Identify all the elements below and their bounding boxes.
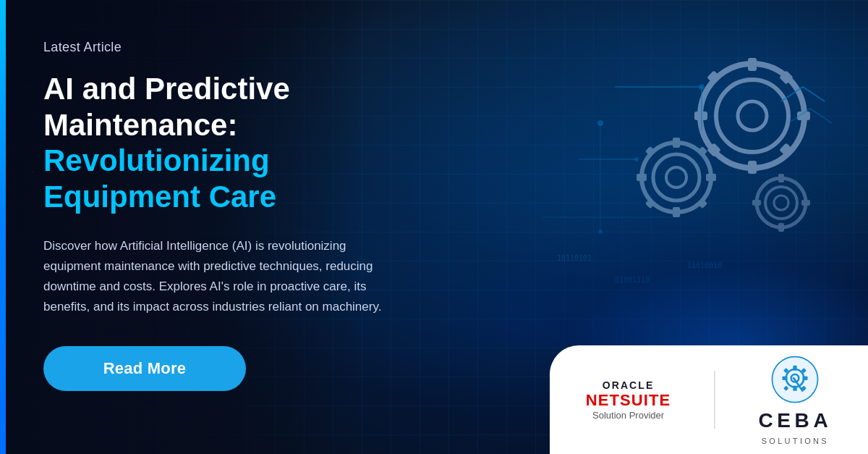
svg-rect-16: [637, 174, 647, 181]
svg-rect-19: [697, 146, 707, 156]
svg-rect-3: [748, 58, 757, 71]
svg-rect-18: [645, 146, 655, 156]
svg-rect-21: [697, 198, 707, 209]
svg-point-13: [666, 167, 686, 188]
svg-rect-47: [803, 377, 808, 380]
svg-rect-45: [793, 386, 797, 391]
netsuite-suite: SUITE: [620, 391, 671, 409]
svg-rect-46: [783, 377, 788, 380]
svg-rect-14: [673, 138, 680, 148]
gears-decoration: 10110101 01001110 11010010: [470, 14, 846, 304]
svg-point-35: [699, 84, 705, 90]
ceba-subtitle-label: SOLUTIONS: [762, 437, 829, 445]
oracle-netsuite-logo: ORACLE NETSUITE Solution Provider: [586, 379, 671, 421]
svg-point-24: [774, 196, 788, 210]
ceba-solutions-logo: CEBA SOLUTIONS: [758, 354, 832, 445]
svg-point-37: [598, 230, 603, 234]
netsuite-label: NETSUITE: [586, 391, 671, 410]
headline-part1: AI and PredictiveMaintenance:: [43, 72, 290, 142]
svg-rect-44: [793, 366, 797, 371]
svg-rect-10: [779, 143, 793, 157]
svg-rect-28: [801, 200, 810, 206]
panel-divider: [714, 371, 715, 429]
svg-point-1: [716, 80, 788, 152]
svg-rect-20: [645, 198, 655, 209]
netsuite-net: NET: [586, 391, 620, 409]
svg-rect-25: [778, 174, 784, 182]
svg-point-36: [634, 157, 639, 161]
svg-rect-26: [778, 223, 784, 232]
headline-highlight: Revolutionizing Equipment Care: [43, 143, 276, 214]
svg-rect-27: [752, 200, 761, 206]
solution-provider-label: Solution Provider: [592, 410, 664, 421]
svg-point-23: [765, 187, 797, 219]
svg-point-2: [738, 101, 767, 130]
svg-text:01001110: 01001110: [615, 276, 650, 284]
svg-rect-15: [673, 207, 680, 217]
svg-point-12: [653, 154, 699, 201]
svg-point-34: [597, 120, 603, 126]
svg-rect-4: [748, 161, 757, 174]
article-content: Latest Article AI and PredictiveMaintena…: [0, 0, 448, 454]
svg-rect-5: [694, 112, 707, 120]
ceba-name-label: CEBA: [758, 409, 832, 432]
sponsor-panel: ORACLE NETSUITE Solution Provider: [550, 345, 868, 454]
left-accent-bar: [0, 0, 6, 454]
svg-text:11010010: 11010010: [687, 261, 722, 269]
article-headline: AI and PredictiveMaintenance: Revolution…: [43, 71, 405, 214]
article-label: Latest Article: [43, 40, 405, 55]
article-card: 10110101 01001110 11010010 Latest Articl…: [0, 0, 868, 454]
oracle-label: ORACLE: [603, 379, 655, 391]
read-more-button[interactable]: Read More: [43, 346, 246, 391]
svg-rect-17: [706, 174, 716, 181]
ceba-icon-svg: [770, 354, 820, 405]
svg-text:10110101: 10110101: [557, 254, 592, 262]
article-description: Discover how Artificial Intelligence (AI…: [43, 236, 405, 317]
